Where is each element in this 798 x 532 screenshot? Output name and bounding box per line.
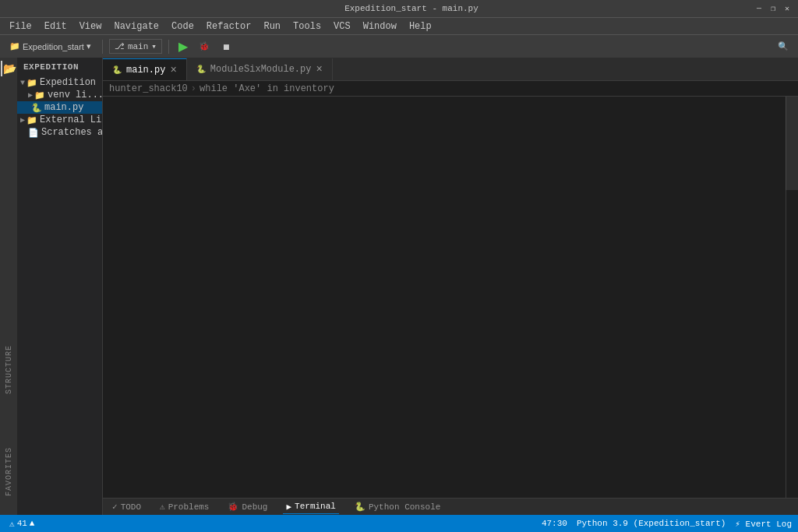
arrow-icon-3: ▶ bbox=[20, 115, 25, 125]
debug-button[interactable]: 🐞 bbox=[194, 40, 214, 53]
menu-code[interactable]: Code bbox=[165, 19, 200, 33]
code-editor[interactable] bbox=[103, 97, 798, 498]
window-title: Expedition_start - main.py bbox=[69, 4, 754, 13]
line-numbers bbox=[114, 97, 147, 498]
menu-run[interactable]: Run bbox=[257, 19, 287, 33]
tree-item-external-lib[interactable]: ▶ 📁 External Lib... bbox=[17, 114, 102, 126]
menu-view[interactable]: View bbox=[73, 19, 108, 33]
tab-bar: 🐍 main.py × 🐍 ModuleSixModule.py × bbox=[103, 58, 798, 81]
sidebar-tree: ▼ 📁 Expedition ▶ 📁 venv li... 🐍 main.py … bbox=[17, 76, 102, 515]
editor-area: 🐍 main.py × 🐍 ModuleSixModule.py × hunte… bbox=[103, 58, 798, 515]
tab-mainpy[interactable]: 🐍 main.py × bbox=[103, 58, 187, 80]
breadcrumb: hunter_shack10 › while 'Axe' in inventor… bbox=[103, 81, 798, 97]
python-console-icon: 🐍 bbox=[355, 502, 365, 512]
warning-icon: ⚠ bbox=[9, 519, 15, 529]
breadcrumb-separator: › bbox=[191, 83, 196, 94]
minimize-button[interactable]: ─ bbox=[754, 4, 764, 13]
debug-icon: 🐞 bbox=[228, 502, 238, 512]
status-right: 47:30 Python 3.9 (Expedition_start) ⚡ Ev… bbox=[542, 519, 792, 529]
problems-icon: ⚠ bbox=[160, 502, 165, 512]
toolbar-separator-2 bbox=[168, 40, 169, 54]
breadcrumb-item-2[interactable]: while 'Axe' in inventory bbox=[200, 83, 334, 94]
chevron-down-icon-2: ▾ bbox=[151, 41, 157, 51]
search-button[interactable]: 🔍 bbox=[773, 40, 793, 53]
sidebar: Expedition ▼ 📁 Expedition ▶ 📁 venv li...… bbox=[17, 58, 103, 515]
tab-modulesix[interactable]: 🐍 ModuleSixModule.py × bbox=[187, 58, 333, 80]
code-content[interactable] bbox=[147, 97, 786, 498]
toolbar-separator bbox=[102, 40, 103, 54]
chevron-down-icon: ▾ bbox=[87, 41, 91, 51]
evert-log[interactable]: ⚡ Evert Log bbox=[735, 519, 792, 529]
python-version[interactable]: Python 3.9 (Expedition_start) bbox=[577, 519, 726, 528]
menu-navigate[interactable]: Navigate bbox=[108, 19, 165, 33]
menu-file[interactable]: File bbox=[3, 19, 38, 33]
bottom-panel: ✓ TODO ⚠ Problems 🐞 Debug ▶ Terminal 🐍 P… bbox=[103, 498, 798, 515]
menu-window[interactable]: Window bbox=[357, 19, 403, 33]
maximize-button[interactable]: ❐ bbox=[768, 4, 778, 13]
warning-count[interactable]: ⚠ 41 ▲ bbox=[6, 519, 37, 529]
tree-item-mainpy[interactable]: 🐍 main.py bbox=[17, 101, 102, 114]
breadcrumb-item-1[interactable]: hunter_shack10 bbox=[109, 83, 188, 94]
tab-todo[interactable]: ✓ TODO bbox=[109, 500, 144, 513]
close-button[interactable]: ✕ bbox=[782, 4, 792, 13]
menu-tools[interactable]: Tools bbox=[287, 19, 327, 33]
sidebar-header: Expedition bbox=[17, 58, 102, 76]
tree-item-venv[interactable]: ▶ 📁 venv li... bbox=[17, 89, 102, 101]
tab-python-console[interactable]: 🐍 Python Console bbox=[351, 500, 443, 513]
branch-selector[interactable]: ⎇ main ▾ bbox=[109, 39, 162, 54]
menu-refactor[interactable]: Refactor bbox=[200, 19, 258, 33]
git-icon: ⎇ bbox=[115, 41, 125, 51]
title-bar: Expedition_start - main.py ─ ❐ ✕ bbox=[0, 0, 798, 17]
stop-button[interactable]: ⏹ bbox=[217, 41, 235, 53]
file-icon: 📄 bbox=[28, 128, 39, 138]
minimap[interactable] bbox=[786, 97, 798, 498]
menu-bar: File Edit View Navigate Code Refactor Ru… bbox=[0, 17, 798, 34]
tree-item-expedition[interactable]: ▼ 📁 Expedition bbox=[17, 76, 102, 89]
arrow-icon: ▼ bbox=[20, 79, 25, 87]
folder-icon: 📁 bbox=[26, 78, 37, 88]
gutter bbox=[103, 97, 114, 498]
gutter-cell[interactable] bbox=[103, 97, 114, 111]
main-layout: 📂 Structure Favorites Expedition ▼ 📁 Exp… bbox=[0, 58, 798, 515]
terminal-icon: ▶ bbox=[286, 502, 291, 512]
todo-icon: ✓ bbox=[112, 502, 118, 512]
python-icon: 🐍 bbox=[112, 65, 122, 75]
menu-vcs[interactable]: VCS bbox=[327, 19, 357, 33]
cursor-position[interactable]: 47:30 bbox=[542, 519, 567, 528]
error-icon: ▲ bbox=[30, 519, 35, 528]
status-bar: ⚠ 41 ▲ 47:30 Python 3.9 (Expedition_star… bbox=[0, 515, 798, 532]
status-left: ⚠ 41 ▲ bbox=[6, 519, 37, 529]
run-button[interactable]: ▶ bbox=[175, 37, 191, 55]
tab-problems[interactable]: ⚠ Problems bbox=[157, 500, 212, 513]
menu-edit[interactable]: Edit bbox=[38, 19, 73, 33]
activity-bar: 📂 Structure Favorites bbox=[0, 58, 17, 515]
python-file-icon: 🐍 bbox=[31, 103, 42, 113]
project-selector[interactable]: 📁 Expedition_start ▾ bbox=[5, 40, 96, 53]
folder-icon-2: 📁 bbox=[34, 90, 45, 100]
tab-close-mainpy[interactable]: × bbox=[170, 65, 176, 76]
tab-terminal[interactable]: ▶ Terminal bbox=[283, 500, 338, 514]
tab-close-modulesix[interactable]: × bbox=[316, 64, 322, 75]
project-icon: 📁 bbox=[9, 41, 20, 51]
menu-help[interactable]: Help bbox=[403, 19, 438, 33]
folder-icon-3: 📁 bbox=[26, 115, 37, 125]
tree-item-scratches[interactable]: 📄 Scratches a... bbox=[17, 126, 102, 139]
minimap-scroll[interactable] bbox=[786, 97, 798, 190]
tab-debug[interactable]: 🐞 Debug bbox=[224, 500, 270, 513]
toolbar: 📁 Expedition_start ▾ ⎇ main ▾ ▶ 🐞 ⏹ 🔍 bbox=[0, 34, 798, 58]
project-activity-icon[interactable]: 📂 bbox=[1, 61, 16, 76]
structure-label[interactable]: Structure bbox=[4, 340, 14, 399]
python-icon-2: 🐍 bbox=[196, 65, 206, 74]
arrow-icon-2: ▶ bbox=[28, 90, 33, 100]
favorites-label[interactable]: Favorites bbox=[4, 442, 14, 501]
